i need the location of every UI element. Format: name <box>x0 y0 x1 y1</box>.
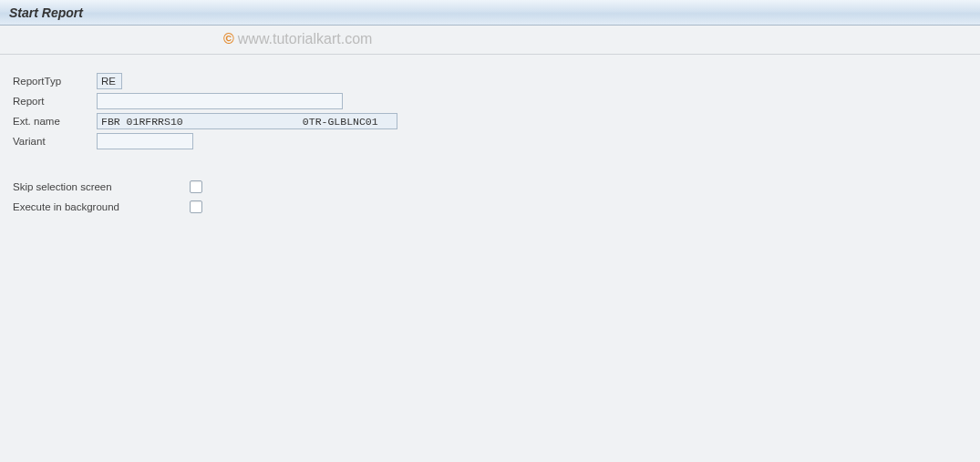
label-skip-selection: Skip selection screen <box>13 181 190 192</box>
checkbox-skip-selection[interactable] <box>190 180 202 193</box>
watermark: ©www.tutorialkart.com <box>223 31 372 47</box>
form-content: ReportTyp Report Ext. name Variant Skip … <box>0 55 980 233</box>
row-execute-background: Execute in background <box>13 197 967 217</box>
label-ext-name: Ext. name <box>13 116 97 127</box>
watermark-text: www.tutorialkart.com <box>238 31 373 46</box>
label-execute-background: Execute in background <box>13 201 190 212</box>
input-variant[interactable] <box>97 133 193 149</box>
row-ext-name: Ext. name <box>13 111 967 131</box>
input-report-type[interactable] <box>97 73 122 89</box>
label-report: Report <box>13 96 97 107</box>
row-report-type: ReportTyp <box>13 71 967 91</box>
checkbox-section: Skip selection screen Execute in backgro… <box>13 177 967 217</box>
copyright-symbol: © <box>223 31 234 46</box>
page-title: Start Report <box>9 5 83 20</box>
label-report-type: ReportTyp <box>13 76 97 87</box>
input-ext-name[interactable] <box>97 113 397 129</box>
input-report[interactable] <box>97 93 343 109</box>
label-variant: Variant <box>13 136 97 147</box>
checkbox-execute-background[interactable] <box>190 200 202 213</box>
row-variant: Variant <box>13 131 967 151</box>
toolbar: ©www.tutorialkart.com <box>0 26 980 55</box>
row-skip-selection: Skip selection screen <box>13 177 967 197</box>
title-bar: Start Report <box>0 0 980 26</box>
row-report: Report <box>13 91 967 111</box>
